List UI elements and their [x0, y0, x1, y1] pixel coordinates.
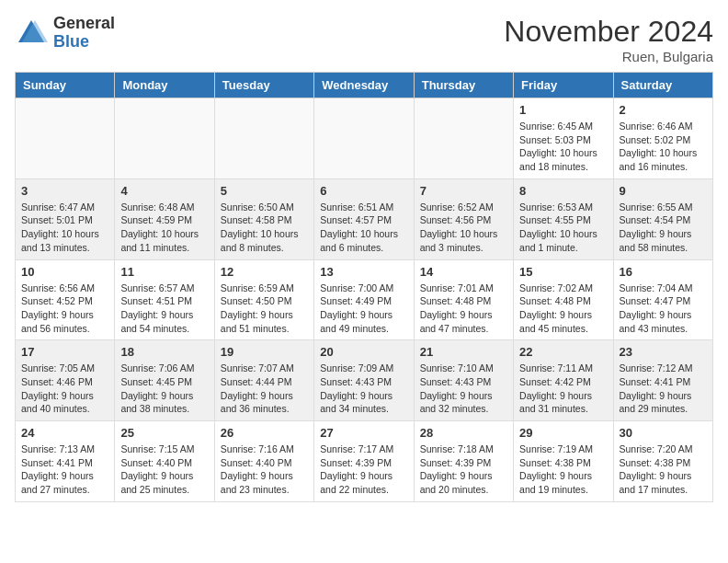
header-day: Saturday [613, 73, 712, 98]
day-number: 4 [120, 184, 208, 198]
cell-info: Sunrise: 7:17 AM Sunset: 4:39 PM Dayligh… [320, 442, 407, 497]
calendar-cell [314, 98, 414, 179]
day-number: 28 [420, 426, 507, 440]
calendar-cell: 27Sunrise: 7:17 AM Sunset: 4:39 PM Dayli… [314, 421, 414, 502]
cell-info: Sunrise: 7:13 AM Sunset: 4:41 PM Dayligh… [21, 442, 108, 497]
calendar: SundayMondayTuesdayWednesdayThursdayFrid… [15, 72, 713, 502]
header-day: Thursday [414, 73, 513, 98]
cell-info: Sunrise: 6:50 AM Sunset: 4:58 PM Dayligh… [221, 201, 308, 255]
calendar-cell: 19Sunrise: 7:07 AM Sunset: 4:44 PM Dayli… [214, 340, 313, 421]
month-title: November 2024 [504, 15, 713, 49]
header-row: SundayMondayTuesdayWednesdayThursdayFrid… [16, 73, 713, 98]
day-number: 3 [21, 184, 108, 198]
cell-info: Sunrise: 7:11 AM Sunset: 4:42 PM Dayligh… [519, 362, 607, 416]
calendar-cell: 30Sunrise: 7:20 AM Sunset: 4:38 PM Dayli… [613, 421, 712, 502]
calendar-cell [414, 98, 513, 179]
calendar-cell: 2Sunrise: 6:46 AM Sunset: 5:02 PM Daylig… [613, 98, 712, 179]
page-header: General Blue November 2024 Ruen, Bulgari… [15, 15, 713, 64]
day-number: 20 [320, 345, 407, 359]
day-number: 9 [620, 184, 707, 198]
cell-info: Sunrise: 6:48 AM Sunset: 4:59 PM Dayligh… [120, 201, 208, 255]
day-number: 30 [620, 426, 707, 440]
calendar-week: 1Sunrise: 6:45 AM Sunset: 5:03 PM Daylig… [16, 98, 713, 179]
day-number: 24 [21, 426, 108, 440]
cell-info: Sunrise: 7:19 AM Sunset: 4:38 PM Dayligh… [519, 442, 607, 497]
calendar-week: 24Sunrise: 7:13 AM Sunset: 4:41 PM Dayli… [16, 421, 713, 502]
calendar-cell: 10Sunrise: 6:56 AM Sunset: 4:52 PM Dayli… [16, 259, 115, 340]
calendar-cell: 17Sunrise: 7:05 AM Sunset: 4:46 PM Dayli… [16, 340, 115, 421]
day-number: 7 [420, 184, 507, 198]
calendar-cell: 29Sunrise: 7:19 AM Sunset: 4:38 PM Dayli… [514, 421, 613, 502]
day-number: 1 [519, 103, 607, 117]
calendar-cell: 14Sunrise: 7:01 AM Sunset: 4:48 PM Dayli… [414, 259, 513, 340]
header-day: Monday [115, 73, 214, 98]
header-day: Sunday [16, 73, 115, 98]
cell-info: Sunrise: 7:16 AM Sunset: 4:40 PM Dayligh… [221, 442, 308, 497]
cell-info: Sunrise: 6:53 AM Sunset: 4:55 PM Dayligh… [519, 201, 607, 255]
calendar-cell: 4Sunrise: 6:48 AM Sunset: 4:59 PM Daylig… [115, 178, 214, 259]
logo-text: General Blue [53, 15, 115, 52]
cell-info: Sunrise: 7:01 AM Sunset: 4:48 PM Dayligh… [420, 282, 507, 336]
calendar-cell: 25Sunrise: 7:15 AM Sunset: 4:40 PM Dayli… [115, 421, 214, 502]
day-number: 25 [120, 426, 208, 440]
calendar-cell: 20Sunrise: 7:09 AM Sunset: 4:43 PM Dayli… [314, 340, 414, 421]
day-number: 11 [120, 265, 208, 279]
logo-general: General [53, 15, 115, 33]
day-number: 22 [519, 345, 607, 359]
cell-info: Sunrise: 6:56 AM Sunset: 4:52 PM Dayligh… [21, 282, 108, 336]
calendar-cell: 11Sunrise: 6:57 AM Sunset: 4:51 PM Dayli… [115, 259, 214, 340]
calendar-cell: 18Sunrise: 7:06 AM Sunset: 4:45 PM Dayli… [115, 340, 214, 421]
cell-info: Sunrise: 7:20 AM Sunset: 4:38 PM Dayligh… [620, 442, 707, 497]
calendar-cell: 13Sunrise: 7:00 AM Sunset: 4:49 PM Dayli… [314, 259, 414, 340]
cell-info: Sunrise: 7:02 AM Sunset: 4:48 PM Dayligh… [519, 282, 607, 336]
calendar-cell: 9Sunrise: 6:55 AM Sunset: 4:54 PM Daylig… [613, 178, 712, 259]
calendar-cell: 22Sunrise: 7:11 AM Sunset: 4:42 PM Dayli… [514, 340, 613, 421]
day-number: 8 [519, 184, 607, 198]
calendar-cell: 26Sunrise: 7:16 AM Sunset: 4:40 PM Dayli… [214, 421, 313, 502]
location: Ruen, Bulgaria [504, 49, 713, 64]
day-number: 21 [420, 345, 507, 359]
logo: General Blue [15, 15, 115, 52]
cell-info: Sunrise: 7:18 AM Sunset: 4:39 PM Dayligh… [420, 442, 507, 497]
calendar-cell: 1Sunrise: 6:45 AM Sunset: 5:03 PM Daylig… [514, 98, 613, 179]
cell-info: Sunrise: 6:55 AM Sunset: 4:54 PM Dayligh… [620, 201, 707, 255]
calendar-cell: 6Sunrise: 6:51 AM Sunset: 4:57 PM Daylig… [314, 178, 414, 259]
day-number: 17 [21, 345, 108, 359]
cell-info: Sunrise: 6:47 AM Sunset: 5:01 PM Dayligh… [21, 201, 108, 255]
calendar-week: 17Sunrise: 7:05 AM Sunset: 4:46 PM Dayli… [16, 340, 713, 421]
day-number: 23 [620, 345, 707, 359]
day-number: 12 [221, 265, 308, 279]
calendar-cell [214, 98, 313, 179]
cell-info: Sunrise: 6:59 AM Sunset: 4:50 PM Dayligh… [221, 282, 308, 336]
cell-info: Sunrise: 6:52 AM Sunset: 4:56 PM Dayligh… [420, 201, 507, 255]
calendar-cell: 16Sunrise: 7:04 AM Sunset: 4:47 PM Dayli… [613, 259, 712, 340]
cell-info: Sunrise: 7:05 AM Sunset: 4:46 PM Dayligh… [21, 362, 108, 416]
day-number: 26 [221, 426, 308, 440]
calendar-cell: 8Sunrise: 6:53 AM Sunset: 4:55 PM Daylig… [514, 178, 613, 259]
calendar-header: SundayMondayTuesdayWednesdayThursdayFrid… [16, 73, 713, 98]
cell-info: Sunrise: 7:00 AM Sunset: 4:49 PM Dayligh… [320, 282, 407, 336]
day-number: 18 [120, 345, 208, 359]
day-number: 15 [519, 265, 607, 279]
cell-info: Sunrise: 7:15 AM Sunset: 4:40 PM Dayligh… [120, 442, 208, 497]
day-number: 5 [221, 184, 308, 198]
cell-info: Sunrise: 6:57 AM Sunset: 4:51 PM Dayligh… [120, 282, 208, 336]
logo-icon [15, 17, 48, 50]
calendar-cell: 12Sunrise: 6:59 AM Sunset: 4:50 PM Dayli… [214, 259, 313, 340]
header-day: Wednesday [314, 73, 414, 98]
day-number: 19 [221, 345, 308, 359]
calendar-cell: 15Sunrise: 7:02 AM Sunset: 4:48 PM Dayli… [514, 259, 613, 340]
calendar-cell: 23Sunrise: 7:12 AM Sunset: 4:41 PM Dayli… [613, 340, 712, 421]
calendar-cell: 7Sunrise: 6:52 AM Sunset: 4:56 PM Daylig… [414, 178, 513, 259]
day-number: 29 [519, 426, 607, 440]
calendar-week: 10Sunrise: 6:56 AM Sunset: 4:52 PM Dayli… [16, 259, 713, 340]
calendar-cell: 5Sunrise: 6:50 AM Sunset: 4:58 PM Daylig… [214, 178, 313, 259]
cell-info: Sunrise: 7:06 AM Sunset: 4:45 PM Dayligh… [120, 362, 208, 416]
calendar-cell [115, 98, 214, 179]
day-number: 14 [420, 265, 507, 279]
header-day: Tuesday [214, 73, 313, 98]
cell-info: Sunrise: 7:09 AM Sunset: 4:43 PM Dayligh… [320, 362, 407, 416]
cell-info: Sunrise: 6:45 AM Sunset: 5:03 PM Dayligh… [519, 120, 607, 174]
cell-info: Sunrise: 6:46 AM Sunset: 5:02 PM Dayligh… [620, 120, 707, 174]
calendar-cell: 21Sunrise: 7:10 AM Sunset: 4:43 PM Dayli… [414, 340, 513, 421]
